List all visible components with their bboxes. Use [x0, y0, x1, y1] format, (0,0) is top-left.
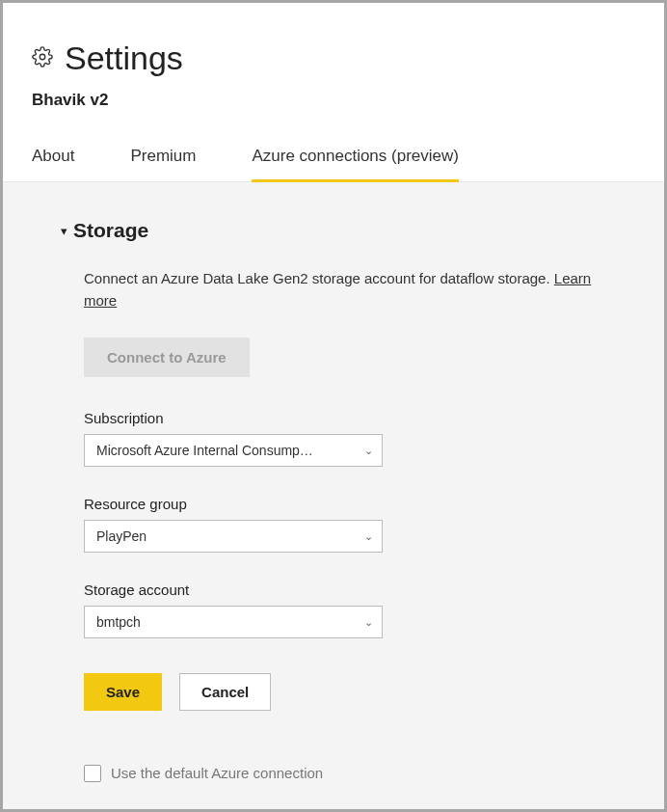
- save-button[interactable]: Save: [84, 673, 162, 711]
- storage-section-body: Connect an Azure Data Lake Gen2 storage …: [61, 267, 606, 782]
- svg-point-0: [40, 54, 45, 60]
- storage-account-select[interactable]: bmtpch: [84, 606, 383, 638]
- storage-account-select-wrapper: bmtpch ⌄: [84, 606, 383, 638]
- page-header: Settings Bhavik v2: [3, 3, 664, 122]
- gear-icon: [32, 46, 53, 71]
- storage-account-label: Storage account: [84, 582, 606, 598]
- resource-group-select-wrapper: PlayPen ⌄: [84, 520, 383, 553]
- subscription-label: Subscription: [84, 410, 606, 426]
- caret-down-icon: ▾: [61, 225, 67, 237]
- tab-premium[interactable]: Premium: [130, 147, 196, 182]
- storage-description: Connect an Azure Data Lake Gen2 storage …: [84, 267, 606, 312]
- default-connection-row: Use the default Azure connection: [84, 765, 606, 782]
- cancel-button[interactable]: Cancel: [179, 673, 271, 711]
- connect-to-azure-button[interactable]: Connect to Azure: [84, 338, 250, 377]
- storage-section-title: Storage: [73, 219, 148, 242]
- resource-group-field: Resource group PlayPen ⌄: [84, 496, 606, 553]
- title-row: Settings: [32, 40, 635, 77]
- subscription-field: Subscription Microsoft Azure Internal Co…: [84, 410, 606, 467]
- storage-description-text: Connect an Azure Data Lake Gen2 storage …: [84, 270, 554, 286]
- resource-group-select[interactable]: PlayPen: [84, 520, 383, 553]
- storage-section-toggle[interactable]: ▾ Storage: [61, 219, 606, 242]
- default-connection-checkbox[interactable]: [84, 765, 101, 782]
- resource-group-label: Resource group: [84, 496, 606, 512]
- subscription-select[interactable]: Microsoft Azure Internal Consump…: [84, 434, 383, 467]
- content-area: ▾ Storage Connect an Azure Data Lake Gen…: [3, 182, 664, 812]
- tabs: About Premium Azure connections (preview…: [3, 122, 664, 182]
- page-title: Settings: [65, 40, 183, 77]
- storage-account-field: Storage account bmtpch ⌄: [84, 582, 606, 638]
- default-connection-label: Use the default Azure connection: [111, 765, 323, 781]
- tab-about[interactable]: About: [32, 147, 74, 182]
- button-row: Save Cancel: [84, 673, 606, 711]
- tab-azure-connections[interactable]: Azure connections (preview): [252, 147, 458, 182]
- page-subtitle: Bhavik v2: [32, 91, 635, 110]
- subscription-select-wrapper: Microsoft Azure Internal Consump… ⌄: [84, 434, 383, 467]
